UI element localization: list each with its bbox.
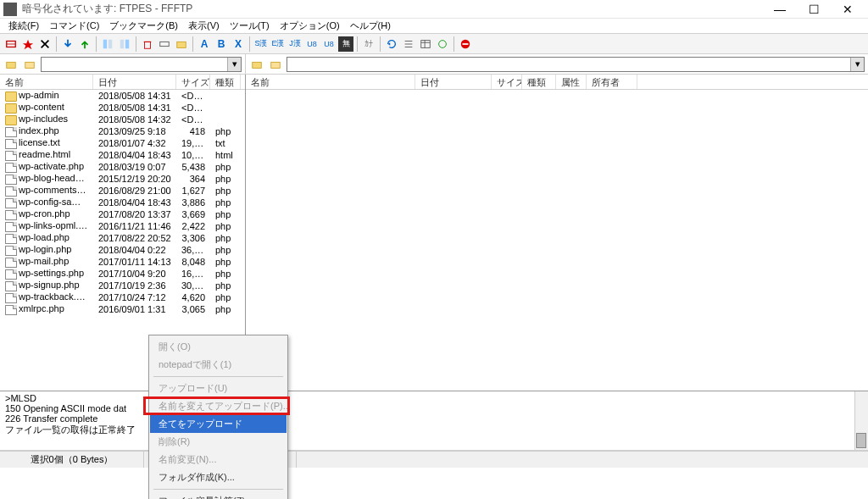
list-item[interactable]: wp-config-sample.php2018/04/04 18:433,88… xyxy=(0,197,245,208)
file-type: php xyxy=(210,304,241,314)
quick-connect-icon[interactable] xyxy=(20,36,36,52)
local-header-type[interactable]: 種類 xyxy=(210,75,241,89)
list-item[interactable]: wp-activate.php2018/03/19 0:075,438php xyxy=(0,161,245,173)
scrollbar-thumb[interactable] xyxy=(856,433,866,448)
remote-header-owner[interactable]: 所有者 xyxy=(587,75,637,89)
chevron-down-icon[interactable]: ▾ xyxy=(850,58,864,71)
local-path-combo[interactable]: ▾ xyxy=(41,57,242,72)
mirror-upload-icon[interactable] xyxy=(117,36,132,52)
ctx-rename[interactable]: 名前変更(N)... xyxy=(150,451,287,469)
remote-header-date[interactable]: 日付 xyxy=(415,75,492,89)
remote-header-attr[interactable]: 属性 xyxy=(556,75,587,89)
ctx-open[interactable]: 開く(O) xyxy=(150,338,287,356)
list-item[interactable]: wp-login.php2018/04/04 0:2236,593php xyxy=(0,244,245,256)
ctx-upload-all[interactable]: 全てをアップロード xyxy=(150,415,287,433)
list-item[interactable]: readme.html2018/04/04 18:4310,303html xyxy=(0,149,245,161)
ascii-mode-icon[interactable]: A xyxy=(197,36,212,52)
list-item[interactable]: wp-settings.php2017/10/04 9:2016,246php xyxy=(0,268,245,280)
remote-header-size[interactable]: サイズ xyxy=(492,75,522,89)
list-item[interactable]: wp-cron.php2017/08/20 13:373,669php xyxy=(0,208,245,220)
file-icon xyxy=(5,151,17,161)
upload-icon[interactable] xyxy=(77,36,92,52)
remote-header: 名前 日付 サイズ 種類 属性 所有者 xyxy=(246,75,868,90)
sync-icon[interactable] xyxy=(435,36,450,52)
abort-icon[interactable] xyxy=(458,36,473,52)
ctx-upload[interactable]: アップロード(U) xyxy=(150,380,287,397)
mirror-download-icon[interactable] xyxy=(100,36,115,52)
ctx-open-notepad[interactable]: notepadで開く(1) xyxy=(150,356,287,374)
file-name: xmlrpc.php xyxy=(19,303,64,313)
file-type: php xyxy=(210,245,241,255)
refresh-icon[interactable] xyxy=(384,36,399,52)
menu-command[interactable]: コマンド(C) xyxy=(44,19,104,32)
list-item[interactable]: wp-signup.php2017/10/19 2:3630,071php xyxy=(0,280,245,291)
list-item[interactable]: license.txt2018/01/07 4:3219,935txt xyxy=(0,137,245,149)
list-item[interactable]: wp-content2018/05/08 14:31<DIR> xyxy=(0,102,245,114)
auto-mode-icon[interactable]: X xyxy=(231,36,246,52)
local-header-size[interactable]: サイズ xyxy=(176,75,210,89)
file-type: php xyxy=(210,292,241,302)
list-item[interactable]: wp-mail.php2017/01/11 14:138,048php xyxy=(0,256,245,268)
file-name: wp-blog-header.php xyxy=(19,173,93,183)
list-icon[interactable] xyxy=(401,36,416,52)
list-item[interactable]: index.php2013/09/25 9:18418php xyxy=(0,125,245,137)
menu-option[interactable]: オプション(O) xyxy=(275,19,345,32)
menu-bookmark[interactable]: ブックマーク(B) xyxy=(104,19,183,32)
file-size: 19,935 xyxy=(176,138,210,148)
file-size: 418 xyxy=(176,126,210,136)
menu-tool[interactable]: ツール(T) xyxy=(225,19,275,32)
menu-connect[interactable]: 接続(F) xyxy=(3,19,44,32)
list-item[interactable]: wp-links-opml.php2016/11/21 11:462,422ph… xyxy=(0,220,245,232)
list-item[interactable]: wp-trackback.php2017/10/24 7:124,620php xyxy=(0,291,245,303)
kanji-jis-icon[interactable]: J漢 xyxy=(287,36,303,52)
menu-help[interactable]: ヘルプ(H) xyxy=(345,19,396,32)
detail-icon[interactable] xyxy=(418,36,433,52)
list-item[interactable]: wp-load.php2017/08/22 20:523,306php xyxy=(0,232,245,244)
minimize-button[interactable]: — xyxy=(763,0,797,19)
file-date: 2018/04/04 18:43 xyxy=(93,197,176,208)
kanji-utf8-icon[interactable]: U8 xyxy=(304,36,320,52)
close-button[interactable]: ✕ xyxy=(831,0,865,19)
ctx-delete[interactable]: 削除(R) xyxy=(150,433,287,451)
list-item[interactable]: wp-admin2018/05/08 14:31<DIR> xyxy=(0,90,245,102)
menu-view[interactable]: 表示(V) xyxy=(183,19,225,32)
kanji-utf8n-icon[interactable]: U8 xyxy=(321,36,337,52)
connect-icon[interactable] xyxy=(3,36,19,52)
mkdir-icon[interactable] xyxy=(174,36,189,52)
file-name: wp-load.php xyxy=(19,232,70,242)
rename-icon[interactable] xyxy=(157,36,172,52)
maximize-button[interactable]: ☐ xyxy=(797,0,831,19)
ctx-calc-size[interactable]: ファイル容量計算(Z) xyxy=(150,492,287,499)
file-type: php xyxy=(210,233,241,243)
remote-path-combo[interactable]: ▾ xyxy=(287,57,865,72)
kana-icon[interactable]: ｶﾅ xyxy=(361,36,376,52)
remote-header-name[interactable]: 名前 xyxy=(246,75,415,89)
remote-open-icon[interactable] xyxy=(268,57,283,72)
ctx-upload-rename[interactable]: 名前を変えてアップロード(P)... xyxy=(150,397,287,415)
local-header-date[interactable]: 日付 xyxy=(93,75,176,89)
kanji-sjis-icon[interactable]: S漢 xyxy=(253,36,269,52)
delete-icon[interactable] xyxy=(140,36,155,52)
download-icon[interactable] xyxy=(60,36,75,52)
local-open-icon[interactable] xyxy=(22,57,37,72)
log-scrollbar[interactable] xyxy=(854,391,868,450)
binary-mode-icon[interactable]: B xyxy=(214,36,229,52)
list-item[interactable]: wp-comments-post.p...2016/08/29 21:001,6… xyxy=(0,185,245,197)
file-date: 2016/11/21 11:46 xyxy=(93,221,176,231)
kanji-euc-icon[interactable]: E漢 xyxy=(270,36,286,52)
local-header-name[interactable]: 名前 xyxy=(0,75,93,89)
list-item[interactable]: xmlrpc.php2016/09/01 1:313,065php xyxy=(0,303,245,315)
file-date: 2017/08/22 20:52 xyxy=(93,233,176,243)
remote-up-icon[interactable] xyxy=(249,57,264,72)
local-up-icon[interactable] xyxy=(3,57,19,72)
remote-file-list[interactable] xyxy=(246,90,868,391)
list-item[interactable]: wp-includes2018/05/08 14:32<DIR> xyxy=(0,114,245,125)
kanji-none-icon[interactable]: 無 xyxy=(338,36,353,52)
list-item[interactable]: wp-blog-header.php2015/12/19 20:20364php xyxy=(0,173,245,185)
remote-header-type[interactable]: 種類 xyxy=(522,75,556,89)
file-name: wp-mail.php xyxy=(19,256,69,266)
disconnect-icon[interactable] xyxy=(37,36,53,52)
ctx-mkdir[interactable]: フォルダ作成(K)... xyxy=(150,469,287,486)
chevron-down-icon[interactable]: ▾ xyxy=(227,58,241,71)
file-size: <DIR> xyxy=(176,91,210,101)
